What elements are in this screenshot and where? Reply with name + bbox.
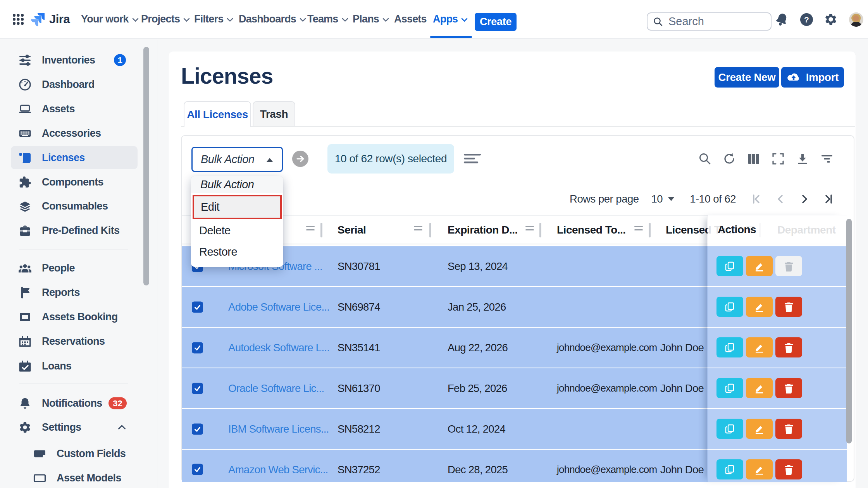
text-lines-icon[interactable] <box>463 153 481 165</box>
row-checkbox[interactable] <box>192 383 203 394</box>
first-page-icon[interactable] <box>750 192 763 206</box>
next-page-icon[interactable] <box>798 192 811 206</box>
sidebar-scrollbar[interactable] <box>143 47 149 285</box>
sidebar-item-reports[interactable]: Reports <box>11 281 138 304</box>
edit-button[interactable] <box>746 419 773 439</box>
refresh-icon[interactable] <box>722 152 736 166</box>
search-input[interactable] <box>668 15 758 28</box>
app-switcher-icon[interactable] <box>12 0 25 39</box>
sidebar-item-pre-defined-kits[interactable]: Pre-Defined Kits <box>11 219 138 242</box>
table-scrollbar[interactable] <box>846 219 852 443</box>
chevron-down-icon <box>300 18 306 22</box>
column-resize-icon[interactable] <box>306 226 315 234</box>
sidebar-item-consumables[interactable]: Consumables <box>11 194 138 218</box>
sidebar-item-loans[interactable]: Loans <box>11 354 138 378</box>
delete-button[interactable] <box>775 337 802 357</box>
sidebar-item-settings[interactable]: Settings <box>11 416 138 439</box>
nav-filters[interactable]: Filters <box>194 0 233 38</box>
nav-plans[interactable]: Plans <box>353 0 389 38</box>
column-header-expiration[interactable]: Expiration D... <box>448 216 518 244</box>
nav-teams[interactable]: Teams <box>307 0 348 38</box>
menu-item-edit[interactable]: Edit <box>194 196 280 218</box>
previous-page-icon[interactable] <box>774 192 787 206</box>
bulk-action-select[interactable]: Bulk Action <box>191 147 283 172</box>
delete-button[interactable] <box>775 297 802 317</box>
fullscreen-icon[interactable] <box>771 152 785 166</box>
tab-trash[interactable]: Trash <box>253 101 295 126</box>
license-name-link[interactable]: Oracle Software Lic... <box>228 368 324 408</box>
column-resize-icon[interactable] <box>414 226 422 234</box>
row-checkbox[interactable] <box>192 423 203 435</box>
sidebar-item-accessories[interactable]: Accessories <box>11 122 138 145</box>
delete-button[interactable] <box>775 459 802 479</box>
sidebar-item-people[interactable]: People <box>11 256 138 280</box>
delete-button-disabled[interactable] <box>775 256 802 276</box>
column-header-serial[interactable]: Serial <box>338 216 366 244</box>
nav-apps[interactable]: Apps <box>433 0 468 38</box>
global-search[interactable] <box>647 12 772 31</box>
row-checkbox[interactable] <box>192 342 203 353</box>
sidebar-item-assets[interactable]: Assets <box>11 97 138 120</box>
rows-per-page-value[interactable]: 10 <box>651 193 663 205</box>
license-name-link[interactable]: Adobe Software Lice... <box>228 287 329 327</box>
sidebar-item-inventories[interactable]: Inventories 1 <box>11 48 138 72</box>
sidebar-item-reservations[interactable]: Reservations <box>11 330 138 353</box>
column-resize-icon[interactable] <box>634 226 643 234</box>
sidebar-item-asset-models[interactable]: Asset Models <box>11 466 138 488</box>
clone-button[interactable] <box>716 419 743 439</box>
row-checkbox[interactable] <box>192 301 203 313</box>
tab-all-licenses[interactable]: All Licenses <box>184 101 251 127</box>
user-avatar[interactable] <box>849 0 863 39</box>
sidebar-item-custom-fields[interactable]: Custom Fields <box>11 442 138 465</box>
last-page-icon[interactable] <box>822 192 835 206</box>
license-name-link[interactable]: IBM Software Licens... <box>228 409 329 449</box>
help-icon[interactable]: ? <box>800 0 813 39</box>
edit-button[interactable] <box>746 256 773 276</box>
apply-bulk-action-button[interactable] <box>292 151 308 167</box>
column-resize-icon[interactable] <box>525 226 534 234</box>
edit-button[interactable] <box>746 378 773 398</box>
edit-button[interactable] <box>746 337 773 357</box>
notifications-icon[interactable] <box>775 0 789 39</box>
delete-button[interactable] <box>775 419 802 439</box>
nav-projects[interactable]: Projects <box>141 0 190 38</box>
table-search-icon[interactable] <box>698 152 712 166</box>
clone-button[interactable] <box>716 337 743 357</box>
filter-icon[interactable] <box>820 152 834 166</box>
menu-item-bulk-action[interactable]: Bulk Action <box>191 176 283 193</box>
serial-cell: SN37252 <box>338 450 380 488</box>
import-button[interactable]: Import <box>781 67 844 88</box>
svg-text:?: ? <box>804 15 809 24</box>
columns-icon[interactable] <box>747 152 761 166</box>
clone-button[interactable] <box>716 459 743 479</box>
trash-icon <box>784 464 794 475</box>
sidebar-item-notifications[interactable]: Notifications 32 <box>11 392 138 415</box>
sidebar-item-components[interactable]: Components <box>11 170 138 194</box>
download-icon[interactable] <box>796 152 809 166</box>
clone-button[interactable] <box>716 297 743 317</box>
edit-button[interactable] <box>746 459 773 479</box>
serial-cell: SN30781 <box>338 246 380 286</box>
settings-gear-icon[interactable] <box>824 0 837 39</box>
nav-your-work[interactable]: Your work <box>81 0 139 38</box>
clone-button[interactable] <box>716 378 743 398</box>
license-name-link[interactable]: Autodesk Software L... <box>228 328 329 368</box>
menu-item-delete[interactable]: Delete <box>191 220 283 241</box>
license-name-link[interactable]: Amazon Web Servic... <box>228 450 328 488</box>
sidebar-item-licenses[interactable]: Licenses <box>11 146 138 169</box>
clone-button[interactable] <box>716 256 743 276</box>
pencil-icon <box>754 302 765 312</box>
sidebar-item-dashboard[interactable]: Dashboard <box>11 73 138 96</box>
sidebar-item-assets-booking[interactable]: Assets Booking <box>11 305 138 328</box>
row-checkbox[interactable] <box>192 464 203 475</box>
create-new-button[interactable]: Create New <box>715 67 779 88</box>
nav-assets[interactable]: Assets <box>394 0 427 38</box>
delete-button[interactable] <box>775 378 802 398</box>
menu-item-restore[interactable]: Restore <box>191 241 283 263</box>
create-button[interactable]: Create <box>475 13 517 31</box>
edit-button[interactable] <box>746 297 773 317</box>
jira-logo[interactable]: Jira <box>31 0 70 39</box>
column-header-licensed-to[interactable]: Licensed To... <box>557 216 626 244</box>
nav-dashboards[interactable]: Dashboards <box>239 0 306 38</box>
caret-down-icon[interactable] <box>668 197 674 201</box>
